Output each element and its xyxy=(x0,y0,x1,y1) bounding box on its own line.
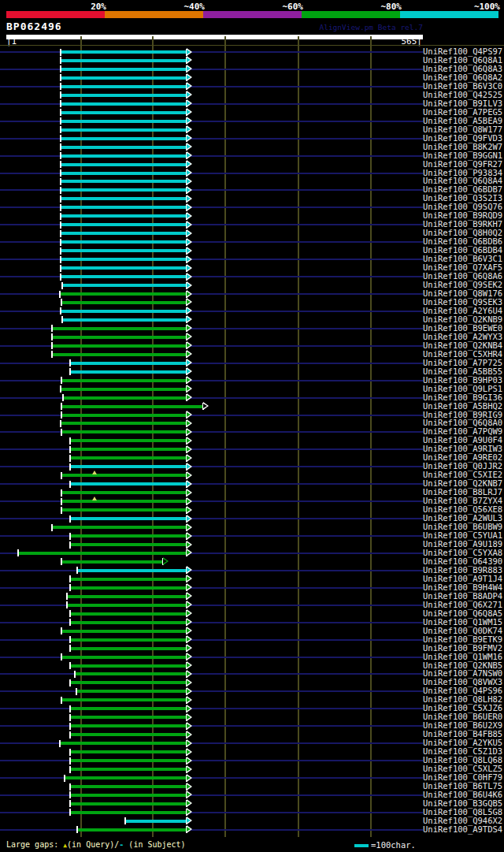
bar-arrowhead-fill xyxy=(187,136,191,140)
bar-arrowhead-fill xyxy=(187,66,191,71)
bar-arrowhead-fill xyxy=(187,240,191,244)
row-guide-line xyxy=(0,605,423,606)
alignment-bar xyxy=(61,94,187,97)
ruler-tick xyxy=(370,36,372,45)
ruler-tick xyxy=(298,36,299,45)
scale-segment-orange xyxy=(105,11,203,18)
alignment-bar xyxy=(70,750,187,753)
bar-arrowhead-fill xyxy=(187,274,191,279)
bar-start-tick xyxy=(61,411,62,419)
bar-start-tick xyxy=(60,256,61,263)
bar-arrowhead-fill xyxy=(187,689,191,694)
bar-arrowhead-fill xyxy=(187,750,191,754)
ruler-baseline xyxy=(0,45,504,46)
bar-arrowhead-fill xyxy=(187,508,191,512)
bar-arrowhead-fill xyxy=(187,101,191,106)
bar-arrowhead-fill xyxy=(187,222,191,227)
alignment-bar xyxy=(61,430,187,433)
bar-arrowhead-fill xyxy=(187,619,191,624)
bar-arrowhead-fill xyxy=(187,706,191,711)
alignment-bar xyxy=(52,353,187,356)
row-guide-line xyxy=(0,673,423,675)
alignment-bar xyxy=(67,595,187,598)
bar-arrowhead-fill xyxy=(187,118,191,123)
bar-start-tick xyxy=(61,299,62,306)
alignment-bar xyxy=(61,240,187,244)
row-guide-line xyxy=(0,812,423,813)
bar-arrowhead-fill xyxy=(187,593,191,598)
bar-start-tick xyxy=(59,291,61,298)
bar-start-tick xyxy=(76,826,78,833)
bar-arrowhead-fill xyxy=(187,360,191,365)
bar-arrowhead-fill xyxy=(187,827,191,832)
alignment-bar xyxy=(70,543,187,546)
bar-arrowhead-fill xyxy=(187,317,191,322)
bar-arrowhead-fill xyxy=(187,447,191,452)
alignment-bar xyxy=(61,414,187,417)
bar-arrowhead-fill xyxy=(187,266,191,270)
alignment-bar xyxy=(61,491,187,494)
bar-arrowhead-fill xyxy=(187,464,191,469)
bar-start-tick xyxy=(60,213,61,220)
bar-start-tick xyxy=(60,187,61,194)
bar-arrowhead-fill xyxy=(187,343,191,348)
bar-arrowhead-fill xyxy=(187,196,191,201)
bar-arrowhead-fill xyxy=(187,248,191,253)
bar-arrowhead-fill xyxy=(187,188,191,192)
alignment-bar xyxy=(70,612,187,616)
alignment-bar xyxy=(70,482,187,486)
alignment-bar xyxy=(70,768,187,771)
scale-swatch-100char xyxy=(354,844,369,847)
alignment-bar xyxy=(61,301,187,304)
query-gap-marker-icon xyxy=(92,471,97,474)
bar-start-tick xyxy=(51,524,53,531)
alignment-bar xyxy=(70,681,187,684)
bar-start-tick xyxy=(69,757,71,765)
bar-arrowhead-fill xyxy=(187,576,191,581)
bar-start-tick xyxy=(69,541,71,549)
alignment-bar xyxy=(70,716,187,719)
alignment-bar xyxy=(52,526,187,529)
bar-arrowhead-fill xyxy=(187,767,191,772)
bar-start-tick xyxy=(69,584,71,591)
bar-arrowhead-fill xyxy=(187,214,191,218)
alignment-bar xyxy=(61,206,187,209)
alignment-bar xyxy=(70,664,187,668)
bar-start-tick xyxy=(69,791,71,798)
bar-arrowhead-fill xyxy=(187,430,191,434)
bar-arrowhead-fill xyxy=(187,179,191,184)
alignment-bar xyxy=(61,422,187,425)
bar-start-tick xyxy=(60,161,61,168)
bar-arrowhead-fill xyxy=(187,292,191,296)
alignment-bar xyxy=(62,318,187,322)
bar-start-tick xyxy=(60,230,61,237)
bar-start-tick xyxy=(17,549,19,556)
bar-arrowhead-fill xyxy=(187,792,191,797)
bar-start-tick xyxy=(60,195,61,203)
bar-arrowhead-fill xyxy=(187,308,191,313)
bar-arrowhead-fill xyxy=(187,283,191,288)
bar-arrowhead-fill xyxy=(187,516,191,521)
bar-start-tick xyxy=(66,593,68,600)
bar-arrowhead-fill xyxy=(187,784,191,789)
alignment-bar xyxy=(61,163,187,166)
alignment-bar xyxy=(77,569,187,572)
alignment-bar xyxy=(61,146,187,149)
bar-start-tick xyxy=(60,143,61,151)
legend-text-subject: (in Subject) xyxy=(124,840,185,849)
bar-arrowhead-fill xyxy=(187,628,191,633)
bar-start-tick xyxy=(60,65,61,73)
alignment-bar xyxy=(70,362,187,365)
alignment-bar xyxy=(60,292,187,296)
bar-start-tick xyxy=(69,766,71,773)
alignment-bar xyxy=(61,405,203,408)
bar-arrowhead-fill xyxy=(187,127,191,132)
bar-start-tick xyxy=(62,394,64,401)
alignment-bar xyxy=(61,388,187,391)
bar-start-tick xyxy=(51,333,53,340)
bar-start-tick xyxy=(69,645,71,652)
bar-start-tick xyxy=(60,204,61,211)
ruler-tick xyxy=(80,36,82,45)
row-guide-line xyxy=(0,466,423,467)
bar-start-tick xyxy=(61,498,62,505)
